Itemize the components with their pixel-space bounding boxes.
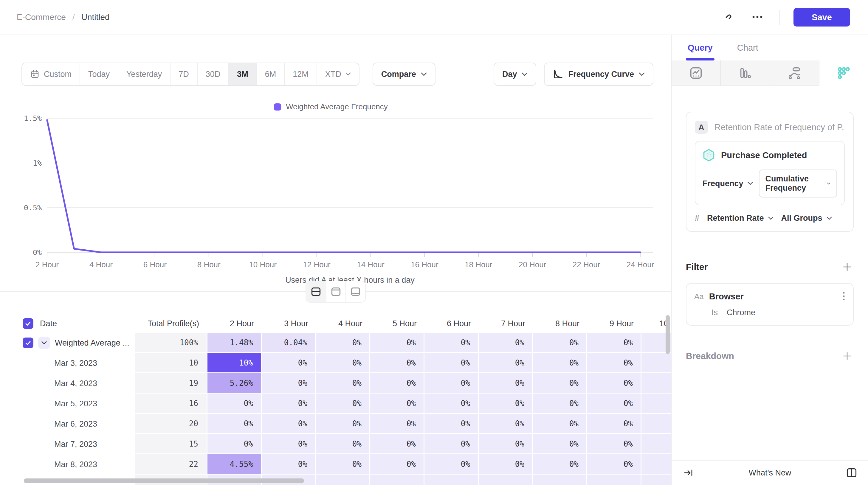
retention-value-cell[interactable]	[316, 475, 370, 485]
column-header-hour[interactable]: 8 Hour	[533, 314, 587, 333]
retention-value-cell[interactable]: 0%	[425, 434, 479, 454]
retention-value-cell[interactable]: 0%	[208, 434, 262, 454]
copy-link-button[interactable]	[719, 9, 735, 26]
retention-value-cell[interactable]: 0%	[479, 454, 533, 475]
retention-value-cell[interactable]: 10%	[208, 353, 262, 373]
column-header-date[interactable]: Date	[10, 314, 135, 333]
expand-row-button[interactable]	[38, 337, 50, 349]
range-custom-button[interactable]: Custom	[22, 63, 80, 85]
whats-new-link[interactable]: What's New	[672, 468, 868, 478]
retention-value-cell[interactable]: 5.26%	[208, 373, 262, 393]
horizontal-scrollbar[interactable]	[24, 479, 304, 483]
layout-table-only-button[interactable]	[345, 281, 365, 302]
event-name[interactable]: Purchase Completed	[721, 151, 807, 160]
add-breakdown-button[interactable]	[841, 350, 854, 362]
retention-value-cell[interactable]: 0%	[425, 333, 479, 353]
retention-value-cell[interactable]: 0%	[425, 353, 479, 373]
step-title[interactable]: Retention Rate of Frequency of P...	[714, 123, 845, 132]
retention-value-cell[interactable]: 0%	[370, 373, 425, 393]
retention-value-cell[interactable]: 0%	[262, 353, 316, 373]
retention-value-cell[interactable]: 0%	[208, 393, 262, 414]
retention-value-cell[interactable]: 0%	[642, 414, 671, 434]
tab-line-chart[interactable]	[672, 61, 721, 86]
range-12m-button[interactable]: 12M	[284, 63, 316, 85]
retention-value-cell[interactable]: 0%	[262, 393, 316, 414]
column-header-hour[interactable]: 3 Hour	[262, 314, 316, 333]
filter-card[interactable]: Aa Browser Is Chrome	[686, 283, 854, 326]
breadcrumb-project[interactable]: E-Commerce	[17, 12, 66, 22]
column-header-hour[interactable]: 7 Hour	[479, 314, 533, 333]
tab-frequency[interactable]	[819, 61, 868, 86]
event-card[interactable]: Purchase Completed Frequency Cumulative …	[695, 141, 845, 205]
filter-property[interactable]: Browser	[709, 292, 744, 301]
row-checkbox[interactable]	[23, 337, 33, 348]
add-filter-button[interactable]	[841, 260, 854, 273]
retention-value-cell[interactable]: 0%	[316, 373, 370, 393]
retention-value-cell[interactable]: 0%	[642, 434, 671, 454]
column-header-hour[interactable]: 4 Hour	[316, 314, 370, 333]
retention-value-cell[interactable]: 1.48%	[208, 333, 262, 353]
range-xtd-button[interactable]: XTD	[316, 63, 359, 85]
filter-kebab-menu[interactable]	[842, 291, 845, 301]
range-7d-button[interactable]: 7D	[170, 63, 197, 85]
retention-value-cell[interactable]: 0%	[208, 414, 262, 434]
retention-value-cell[interactable]: 0%	[479, 434, 533, 454]
retention-value-cell[interactable]: 0%	[370, 353, 425, 373]
filter-operator[interactable]: Is	[712, 308, 718, 317]
granularity-button[interactable]: Day	[494, 63, 536, 86]
retention-value-cell[interactable]: 0%	[533, 434, 587, 454]
retention-value-cell[interactable]: 0%	[587, 454, 642, 475]
retention-value-cell[interactable]: 0%	[425, 414, 479, 434]
retention-value-cell[interactable]: 0%	[316, 454, 370, 475]
retention-value-cell[interactable]: 0%	[316, 333, 370, 353]
retention-value-cell[interactable]: 0%	[479, 333, 533, 353]
row-checkbox[interactable]	[23, 318, 33, 329]
retention-value-cell[interactable]: 0%	[533, 353, 587, 373]
retention-value-cell[interactable]: 0%	[587, 333, 642, 353]
retention-value-cell[interactable]: 0%	[479, 414, 533, 434]
save-button[interactable]: Save	[794, 8, 850, 27]
retention-value-cell[interactable]: 0%	[642, 393, 671, 414]
retention-value-cell[interactable]: 0%	[316, 353, 370, 373]
measure-dropdown[interactable]: Retention Rate	[707, 214, 774, 223]
retention-value-cell[interactable]: 0%	[479, 373, 533, 393]
retention-value-cell[interactable]: 0%	[642, 454, 671, 475]
retention-value-cell[interactable]: 0%	[262, 454, 316, 475]
retention-value-cell[interactable]: 0%	[262, 373, 316, 393]
retention-value-cell[interactable]: 0%	[642, 353, 671, 373]
cumulative-frequency-dropdown[interactable]: Cumulative Frequency	[759, 169, 837, 197]
frequency-curve-chart[interactable]: 0%0.5%1%1.5%2 Hour4 Hour6 Hour8 Hour10 H…	[12, 113, 659, 286]
frequency-dropdown[interactable]: Frequency	[703, 179, 753, 188]
retention-value-cell[interactable]: 0%	[370, 333, 425, 353]
retention-value-cell[interactable]: 4.55%	[208, 454, 262, 475]
breadcrumb-report-title[interactable]: Untitled	[82, 12, 110, 22]
retention-value-cell[interactable]: 0%	[370, 454, 425, 475]
vertical-scrollbar[interactable]	[665, 315, 670, 354]
retention-value-cell[interactable]: 0%	[533, 373, 587, 393]
retention-value-cell[interactable]: 0%	[587, 373, 642, 393]
retention-value-cell[interactable]: 0%	[316, 414, 370, 434]
layout-split-view-button[interactable]	[306, 281, 326, 302]
chart-type-button[interactable]: Frequency Curve	[544, 63, 653, 86]
tab-chart[interactable]: Chart	[737, 35, 758, 61]
retention-value-cell[interactable]: 0%	[425, 393, 479, 414]
retention-value-cell[interactable]: 0%	[262, 434, 316, 454]
retention-value-cell[interactable]: 0%	[533, 393, 587, 414]
range-6m-button[interactable]: 6M	[256, 63, 284, 85]
retention-value-cell[interactable]	[425, 475, 479, 485]
tab-bar-chart[interactable]	[721, 61, 770, 86]
groups-dropdown[interactable]: All Groups	[781, 214, 832, 223]
retention-value-cell[interactable]: 0%	[587, 393, 642, 414]
retention-value-cell[interactable]: 0%	[479, 353, 533, 373]
retention-value-cell[interactable]: 0%	[316, 393, 370, 414]
range-today-button[interactable]: Today	[80, 63, 118, 85]
range-30d-button[interactable]: 30D	[197, 63, 228, 85]
retention-value-cell[interactable]: 0%	[587, 434, 642, 454]
compare-button[interactable]: Compare	[373, 63, 435, 86]
retention-value-cell[interactable]: 0%	[642, 373, 671, 393]
retention-value-cell[interactable]	[642, 475, 671, 485]
retention-value-cell[interactable]: 0%	[533, 454, 587, 475]
retention-value-cell[interactable]: 0%	[262, 414, 316, 434]
tab-flows[interactable]	[770, 61, 819, 86]
chart-legend[interactable]: Weighted Average Frequency	[12, 102, 650, 111]
